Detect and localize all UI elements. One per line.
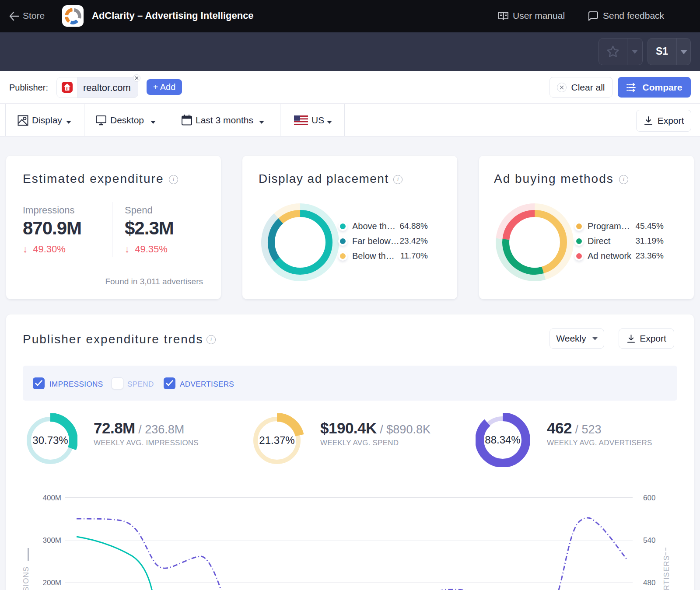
svg-text:r: r [66,85,69,91]
